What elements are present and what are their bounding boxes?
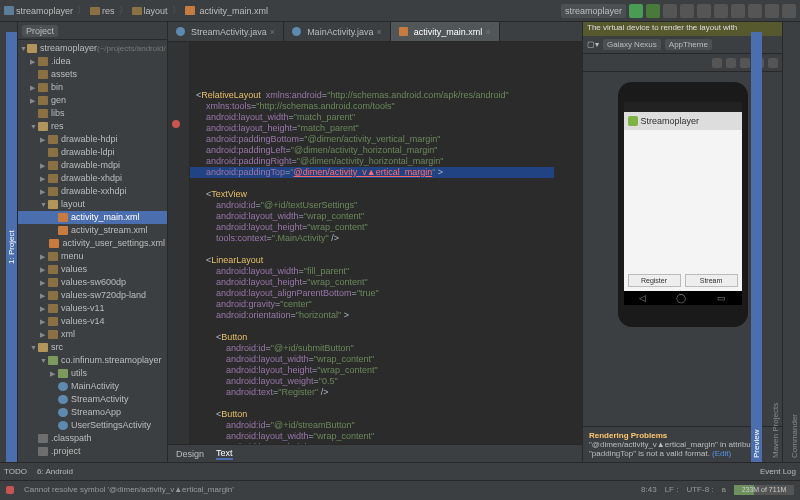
editor-mode-tabs: Design Text	[168, 444, 582, 462]
android-nav-bar: ◁◯▭	[624, 291, 742, 305]
tree-item[interactable]: ▶drawable-xhdpi	[18, 172, 167, 185]
tree-item[interactable]: ▶values	[18, 263, 167, 276]
editor-tab[interactable]: activity_main.xml ×	[391, 22, 500, 41]
project-tree[interactable]: ▼streamoplayer (~/projects/android/▶.ide…	[18, 40, 167, 460]
preview-tab[interactable]: Preview	[751, 32, 762, 462]
app-title: Streamoplayer	[641, 116, 700, 126]
theme-selector[interactable]: AppTheme	[665, 39, 712, 50]
toolbar-icon[interactable]	[663, 4, 677, 18]
editor-tabs: StreamActivity.java ×MainActivity.java ×…	[168, 22, 582, 42]
android-tab[interactable]: 6: Android	[37, 467, 73, 476]
toolbar-icon[interactable]	[714, 4, 728, 18]
left-tool-tabs: 1: Project 7: Structure Build Variants 2…	[0, 22, 18, 462]
editor-area: StreamActivity.java ×MainActivity.java ×…	[168, 22, 582, 462]
code-editor[interactable]: <RelativeLayout xmlns:android="http://sc…	[168, 42, 582, 444]
tree-item[interactable]: UserSettingsActivity	[18, 419, 167, 432]
maven-tab[interactable]: Maven Projects	[770, 32, 781, 462]
right-tool-tabs: Commander Maven Projects Preview	[782, 22, 800, 462]
tree-item[interactable]: MainActivity	[18, 380, 167, 393]
commander-tab[interactable]: Commander	[789, 32, 800, 462]
line-separator[interactable]: LF :	[665, 485, 679, 495]
file-encoding[interactable]: UTF-8 :	[686, 485, 713, 495]
error-indicator-icon[interactable]	[6, 486, 14, 494]
tree-item[interactable]: drawable-ldpi	[18, 146, 167, 159]
tree-item[interactable]: ▶menu	[18, 250, 167, 263]
status-bar: Cannot resolve symbol '@dimen/activity_v…	[0, 480, 800, 498]
register-button[interactable]: Register	[628, 274, 681, 287]
text-tab[interactable]: Text	[216, 448, 233, 460]
tree-item[interactable]: StreamActivity	[18, 393, 167, 406]
tree-item[interactable]: ▶bin	[18, 81, 167, 94]
debug-icon[interactable]	[646, 4, 660, 18]
tree-item[interactable]: ▶drawable-hdpi	[18, 133, 167, 146]
tree-item[interactable]: ▼streamoplayer (~/projects/android/	[18, 42, 167, 55]
event-log-tab[interactable]: Event Log	[760, 467, 796, 476]
project-tool-tab[interactable]: 1: Project	[6, 32, 17, 462]
tree-item[interactable]: activity_main.xml	[18, 211, 167, 224]
caret-position: 8:43	[641, 485, 657, 495]
device-selector[interactable]: Galaxy Nexus	[603, 39, 661, 50]
tree-item[interactable]: libs	[18, 107, 167, 120]
android-action-bar: Streamoplayer	[624, 112, 742, 130]
tree-item[interactable]: ▶values-v14	[18, 315, 167, 328]
project-view-combo[interactable]: Project	[22, 25, 58, 37]
tree-item[interactable]: activity_stream.xml	[18, 224, 167, 237]
tree-item[interactable]: ▼src	[18, 341, 167, 354]
editor-tab[interactable]: StreamActivity.java ×	[168, 22, 284, 41]
tree-item[interactable]: ▼layout	[18, 198, 167, 211]
tree-item[interactable]: ▶drawable-xxhdpi	[18, 185, 167, 198]
tree-item[interactable]: assets	[18, 68, 167, 81]
insert-mode: a	[722, 485, 726, 495]
run-config-dropdown[interactable]: streamoplayer	[561, 4, 626, 18]
breakpoint-icon[interactable]	[172, 120, 180, 128]
tree-item[interactable]: ▶gen	[18, 94, 167, 107]
project-panel: Project ▼streamoplayer (~/projects/andro…	[18, 22, 168, 462]
tree-item[interactable]: ▶values-sw600dp	[18, 276, 167, 289]
bottom-tool-tabs: TODO 6: Android Event Log	[0, 462, 800, 480]
todo-tab[interactable]: TODO	[4, 467, 27, 476]
tree-item[interactable]: ▶values-sw720dp-land	[18, 289, 167, 302]
android-status-bar	[624, 102, 742, 112]
toolbar-icon[interactable]	[748, 4, 762, 18]
tree-item[interactable]: ▶.idea	[18, 55, 167, 68]
stream-button[interactable]: Stream	[685, 274, 738, 287]
editor-tab[interactable]: MainActivity.java ×	[284, 22, 391, 41]
toolbar-icon[interactable]	[765, 4, 779, 18]
tree-item[interactable]: ▶utils	[18, 367, 167, 380]
main-toolbar: streamoplayer 〉 res 〉 layout 〉 activity_…	[0, 0, 800, 22]
tree-item[interactable]: ▼res	[18, 120, 167, 133]
preview-tool-icon[interactable]	[740, 58, 750, 68]
search-icon[interactable]	[782, 4, 796, 18]
toolbar-icon[interactable]	[680, 4, 694, 18]
edit-link[interactable]: (Edit)	[712, 449, 731, 458]
toolbar-icon[interactable]	[697, 4, 711, 18]
design-tab[interactable]: Design	[176, 449, 204, 459]
tree-item[interactable]: StreamoApp	[18, 406, 167, 419]
tree-item[interactable]: AndroidManifest.xml	[18, 458, 167, 460]
device-frame: Streamoplayer Register Stream ◁◯▭	[618, 82, 748, 327]
breadcrumb[interactable]: streamoplayer 〉 res 〉 layout 〉 activity_…	[4, 4, 268, 17]
memory-indicator[interactable]: 233M of 711M	[734, 485, 794, 495]
preview-tool-icon[interactable]	[712, 58, 722, 68]
tree-item[interactable]: ▶values-v11	[18, 302, 167, 315]
tree-item[interactable]: .classpath	[18, 432, 167, 445]
toolbar-icon[interactable]	[731, 4, 745, 18]
app-icon	[628, 116, 638, 126]
tree-item[interactable]: ▶drawable-mdpi	[18, 159, 167, 172]
tree-item[interactable]: ▶xml	[18, 328, 167, 341]
tree-item[interactable]: activity_user_settings.xml	[18, 237, 167, 250]
preview-tool-icon[interactable]	[726, 58, 736, 68]
run-icon[interactable]	[629, 4, 643, 18]
tree-item[interactable]: .project	[18, 445, 167, 458]
tree-item[interactable]: ▼co.infinum.streamoplayer	[18, 354, 167, 367]
status-message: Cannot resolve symbol '@dimen/activity_v…	[24, 485, 234, 494]
